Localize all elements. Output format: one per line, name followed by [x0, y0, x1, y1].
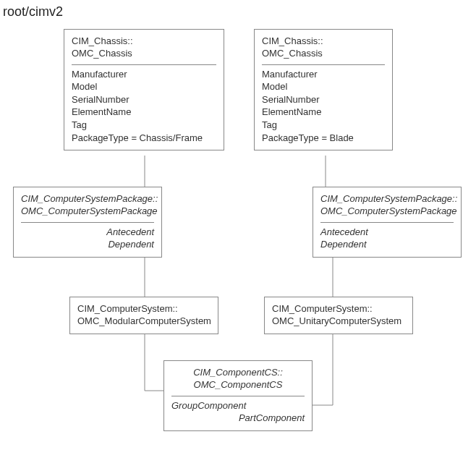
box-componentcs: CIM_ComponentCS:: OMC_ComponentCS GroupC… [163, 360, 313, 431]
role: Antecedent [320, 226, 454, 239]
attribute: Model [72, 80, 216, 93]
class-name: CIM_Chassis:: OMC_Chassis [72, 35, 216, 60]
attribute: SerialNumber [262, 93, 385, 106]
header-line-1: CIM_Chassis:: [72, 35, 216, 48]
diagram-title: root/cimv2 [3, 4, 63, 20]
role: Dependent [21, 238, 154, 251]
header-line-2: OMC_ModularComputerSystem [77, 315, 211, 328]
header-line-1: CIM_ComputerSystemPackage:: [320, 193, 454, 205]
box-cim-chassis-right: CIM_Chassis:: OMC_Chassis Manufacturer M… [254, 29, 393, 150]
class-name: CIM_ComputerSystemPackage:: OMC_Computer… [320, 193, 454, 218]
box-cim-chassis-left: CIM_Chassis:: OMC_Chassis Manufacturer M… [64, 29, 224, 150]
class-name: CIM_ComputerSystem:: OMC_UnitaryComputer… [272, 303, 405, 328]
attribute: Manufacturer [262, 68, 385, 81]
header-line-1: CIM_ComponentCS:: [171, 367, 305, 379]
divider [320, 222, 454, 223]
divider [72, 64, 216, 65]
header-line-1: CIM_ComputerSystemPackage:: [21, 193, 154, 205]
class-name: CIM_Chassis:: OMC_Chassis [262, 35, 385, 60]
divider [262, 64, 385, 65]
box-csp-right: CIM_ComputerSystemPackage:: OMC_Computer… [313, 187, 462, 258]
attribute: PackageType = Chassis/Frame [72, 132, 216, 145]
box-csp-left: CIM_ComputerSystemPackage:: OMC_Computer… [13, 187, 162, 258]
role: Dependent [320, 238, 454, 251]
attribute: Tag [72, 119, 216, 132]
attribute: Manufacturer [72, 68, 216, 81]
header-line-1: CIM_ComputerSystem:: [272, 303, 405, 315]
header-line-2: OMC_Chassis [262, 48, 385, 60]
class-name: CIM_ComputerSystemPackage:: OMC_Computer… [21, 193, 154, 218]
attribute: Model [262, 80, 385, 93]
class-name: CIM_ComponentCS:: OMC_ComponentCS [171, 367, 305, 391]
attribute: SerialNumber [72, 93, 216, 106]
divider [21, 222, 154, 223]
header-line-1: CIM_ComputerSystem:: [77, 303, 211, 315]
header-line-2: OMC_ComputerSystemPackage [21, 205, 154, 218]
role: GroupComponent [171, 399, 305, 412]
header-line-1: CIM_Chassis:: [262, 35, 385, 48]
role: Antecedent [21, 226, 154, 239]
attribute: Tag [262, 119, 385, 132]
header-line-2: OMC_ComponentCS [171, 379, 305, 391]
header-line-2: OMC_UnitaryComputerSystem [272, 315, 405, 328]
attribute: PackageType = Blade [262, 132, 385, 145]
attribute: ElementName [72, 106, 216, 119]
class-name: CIM_ComputerSystem:: OMC_ModularComputer… [77, 303, 211, 328]
header-line-2: OMC_ComputerSystemPackage [320, 205, 454, 218]
attribute: ElementName [262, 106, 385, 119]
box-cs-right: CIM_ComputerSystem:: OMC_UnitaryComputer… [264, 297, 413, 334]
header-line-2: OMC_Chassis [72, 48, 216, 60]
role: PartComponent [171, 412, 305, 425]
box-cs-left: CIM_ComputerSystem:: OMC_ModularComputer… [69, 297, 218, 334]
divider [171, 396, 305, 396]
